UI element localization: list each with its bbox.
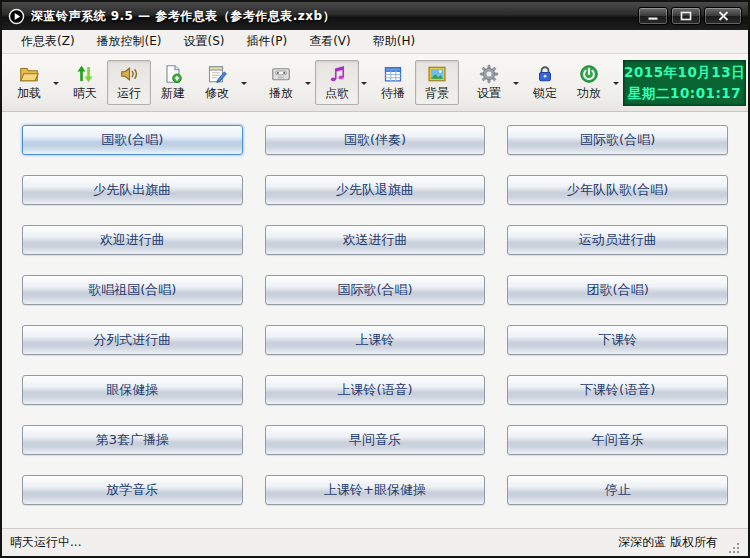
background-button[interactable]: 背景 bbox=[415, 60, 459, 105]
schedule-button[interactable]: 早间音乐 bbox=[265, 425, 486, 455]
toolbar-group-new: 新建 bbox=[151, 60, 195, 105]
toolbar-group-song-request: 点歌 bbox=[315, 60, 371, 105]
schedule-button[interactable]: 下课铃(语音) bbox=[507, 375, 728, 405]
new-button-label: 新建 bbox=[161, 85, 185, 102]
chevron-down-icon[interactable] bbox=[305, 82, 311, 88]
chevron-down-icon[interactable] bbox=[53, 82, 59, 88]
load-button[interactable]: 加载 bbox=[7, 60, 51, 105]
schedule-button[interactable]: 第3套广播操 bbox=[22, 425, 243, 455]
speaker-icon bbox=[119, 64, 139, 84]
lock-button-label: 锁定 bbox=[533, 85, 557, 102]
menu-help[interactable]: 帮助(H) bbox=[362, 30, 426, 53]
sunny-button[interactable]: 晴天 bbox=[63, 60, 107, 105]
chevron-down-icon[interactable] bbox=[361, 82, 367, 88]
playlist-table-icon bbox=[383, 64, 403, 84]
app-window: 深蓝铃声系统 9.5 — 参考作息表（参考作息表.zxb） 作息表(Z) 播放控… bbox=[0, 0, 750, 558]
background-image-icon bbox=[427, 64, 447, 84]
schedule-button[interactable]: 停止 bbox=[507, 475, 728, 505]
play-button[interactable]: 播放 bbox=[259, 60, 303, 105]
chevron-down-icon[interactable] bbox=[241, 82, 247, 88]
statusbar: 晴天运行中... 深深的蓝 版权所有 bbox=[2, 528, 748, 556]
sunny-button-label: 晴天 bbox=[73, 85, 97, 102]
close-button[interactable] bbox=[704, 7, 742, 25]
lock-icon bbox=[535, 64, 555, 84]
schedule-button[interactable]: 上课铃(语音) bbox=[265, 375, 486, 405]
toolbar-group-modify: 修改 bbox=[195, 60, 251, 105]
folder-open-icon bbox=[19, 64, 39, 84]
toolbar-group-background: 背景 bbox=[415, 60, 459, 105]
maximize-button[interactable] bbox=[671, 7, 701, 25]
lock-button[interactable]: 锁定 bbox=[523, 60, 567, 105]
background-button-label: 背景 bbox=[425, 85, 449, 102]
amplifier-button-label: 功放 bbox=[577, 85, 601, 102]
schedule-button-grid: 国歌(合唱) 国歌(伴奏) 国际歌(合唱) 少先队出旗曲 少先队退旗曲 少年队队… bbox=[2, 112, 748, 528]
amplifier-button[interactable]: 功放 bbox=[567, 60, 611, 105]
schedule-button[interactable]: 国歌(伴奏) bbox=[265, 125, 486, 155]
modify-button-label: 修改 bbox=[205, 85, 229, 102]
play-button-label: 播放 bbox=[269, 85, 293, 102]
window-controls bbox=[638, 7, 742, 25]
toolbar-group-run: 运行 bbox=[107, 60, 151, 105]
power-icon bbox=[579, 64, 599, 84]
resize-grip-icon[interactable] bbox=[728, 542, 740, 554]
song-request-button[interactable]: 点歌 bbox=[315, 60, 359, 105]
schedule-button[interactable]: 眼保健操 bbox=[22, 375, 243, 405]
toolbar-group-amplifier: 功放 bbox=[567, 60, 623, 105]
new-button[interactable]: 新建 bbox=[151, 60, 195, 105]
schedule-button[interactable]: 国际歌(合唱) bbox=[265, 275, 486, 305]
schedule-button[interactable]: 上课铃+眼保健操 bbox=[265, 475, 486, 505]
maximize-icon bbox=[680, 11, 692, 21]
chevron-down-icon[interactable] bbox=[613, 82, 619, 88]
menu-settings[interactable]: 设置(S) bbox=[173, 30, 236, 53]
schedule-button[interactable]: 少先队出旗曲 bbox=[22, 175, 243, 205]
minimize-button[interactable] bbox=[638, 7, 668, 25]
schedule-button[interactable]: 运动员进行曲 bbox=[507, 225, 728, 255]
toolbar-group-queue: 待播 bbox=[371, 60, 415, 105]
cassette-player-icon bbox=[271, 64, 291, 84]
titlebar: 深蓝铃声系统 9.5 — 参考作息表（参考作息表.zxb） bbox=[2, 2, 748, 30]
settings-button-label: 设置 bbox=[477, 85, 501, 102]
window-title: 深蓝铃声系统 9.5 — 参考作息表（参考作息表.zxb） bbox=[31, 8, 630, 25]
schedule-button[interactable]: 少先队退旗曲 bbox=[265, 175, 486, 205]
schedule-button[interactable]: 午间音乐 bbox=[507, 425, 728, 455]
schedule-button[interactable]: 团歌(合唱) bbox=[507, 275, 728, 305]
app-play-icon bbox=[8, 8, 25, 25]
schedule-button[interactable]: 国际歌(合唱) bbox=[507, 125, 728, 155]
schedule-button[interactable]: 欢送进行曲 bbox=[265, 225, 486, 255]
song-request-button-label: 点歌 bbox=[325, 85, 349, 102]
chevron-down-icon[interactable] bbox=[513, 82, 519, 88]
menu-schedule[interactable]: 作息表(Z) bbox=[10, 30, 86, 53]
schedule-button[interactable]: 分列式进行曲 bbox=[22, 325, 243, 355]
gear-icon bbox=[479, 64, 499, 84]
settings-button[interactable]: 设置 bbox=[467, 60, 511, 105]
refresh-arrows-icon bbox=[75, 64, 95, 84]
run-button-label: 运行 bbox=[117, 85, 141, 102]
menu-plugins[interactable]: 插件(P) bbox=[236, 30, 299, 53]
menu-view[interactable]: 查看(V) bbox=[298, 30, 362, 53]
queue-button-label: 待播 bbox=[381, 85, 405, 102]
schedule-button[interactable]: 放学音乐 bbox=[22, 475, 243, 505]
schedule-button[interactable]: 少年队队歌(合唱) bbox=[507, 175, 728, 205]
toolbar-group-sunny: 晴天 bbox=[63, 60, 107, 105]
edit-pencil-icon bbox=[207, 64, 227, 84]
status-copyright-text: 深深的蓝 版权所有 bbox=[618, 534, 718, 551]
schedule-button[interactable]: 歌唱祖国(合唱) bbox=[22, 275, 243, 305]
schedule-button[interactable]: 上课铃 bbox=[265, 325, 486, 355]
menubar: 作息表(Z) 播放控制(E) 设置(S) 插件(P) 查看(V) 帮助(H) bbox=[2, 30, 748, 54]
modify-button[interactable]: 修改 bbox=[195, 60, 239, 105]
schedule-button[interactable]: 欢迎进行曲 bbox=[22, 225, 243, 255]
toolbar-group-load: 加载 bbox=[7, 60, 63, 105]
run-button[interactable]: 运行 bbox=[107, 60, 151, 105]
clock-time: 星期二10:01:17 bbox=[628, 83, 741, 104]
status-running-text: 晴天运行中... bbox=[10, 534, 618, 551]
toolbar-group-lock: 锁定 bbox=[523, 60, 567, 105]
load-button-label: 加载 bbox=[17, 85, 41, 102]
close-icon bbox=[718, 11, 729, 21]
schedule-button[interactable]: 国歌(合唱) bbox=[22, 125, 243, 155]
queue-button[interactable]: 待播 bbox=[371, 60, 415, 105]
schedule-button[interactable]: 下课铃 bbox=[507, 325, 728, 355]
toolbar-group-play: 播放 bbox=[259, 60, 315, 105]
menu-playback-control[interactable]: 播放控制(E) bbox=[86, 30, 173, 53]
datetime-display: 2015年10月13日 星期二10:01:17 bbox=[623, 60, 746, 106]
new-document-icon bbox=[163, 64, 183, 84]
